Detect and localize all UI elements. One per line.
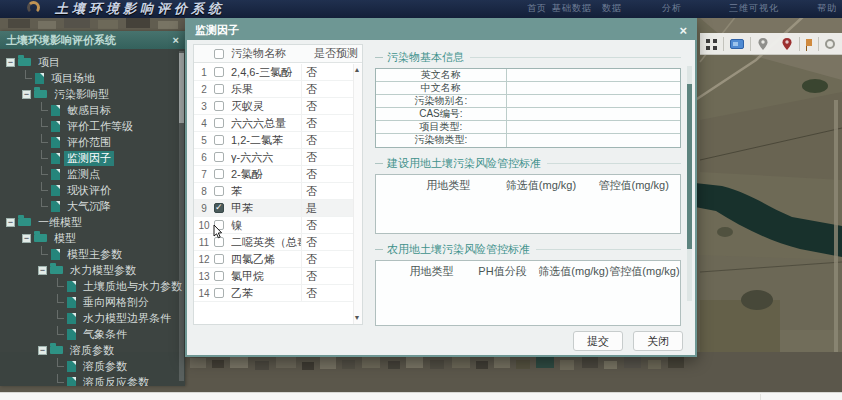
tree-toggle-icon[interactable]: − xyxy=(38,266,47,275)
folder-icon xyxy=(34,234,47,242)
tree-toggle-icon[interactable]: − xyxy=(6,218,15,227)
pollutant-name: 二噁英类（总毒性 xyxy=(231,235,301,250)
row-checkbox[interactable] xyxy=(214,101,224,111)
tree-item-水力模型边界条件[interactable]: 水力模型边界条件 xyxy=(0,310,185,326)
std-column-header: 用地类型 xyxy=(396,264,467,279)
tree-item-项目场地[interactable]: 项目场地 xyxy=(0,70,185,86)
row-checkbox[interactable] xyxy=(214,203,224,213)
mouse-cursor xyxy=(213,224,227,240)
tree-item-label: 评价工作等级 xyxy=(64,119,136,134)
row-checkbox[interactable] xyxy=(214,169,224,179)
std-column-header: 用地类型 xyxy=(402,178,495,193)
tree-toggle-icon[interactable]: − xyxy=(38,346,47,355)
sidebar-scrollbar[interactable] xyxy=(179,51,184,381)
column-header-name: 污染物名称 xyxy=(231,46,310,61)
row-checkbox[interactable] xyxy=(214,84,224,94)
fullscreen-icon[interactable] xyxy=(700,33,723,55)
scroll-up-icon[interactable]: ▲ xyxy=(353,66,361,73)
table-row[interactable]: 3灭蚁灵否 xyxy=(194,98,353,115)
tree-item-评价工作等级[interactable]: 评价工作等级 xyxy=(0,118,185,134)
row-index: 3 xyxy=(194,101,214,112)
row-index: 8 xyxy=(194,186,214,197)
tree-item-污染影响型[interactable]: −污染影响型 xyxy=(0,86,185,102)
tree-item-气象条件[interactable]: 气象条件 xyxy=(0,326,185,342)
table-row[interactable]: 14乙苯否 xyxy=(194,285,353,302)
tree-item-溶质参数[interactable]: 溶质参数 xyxy=(0,358,185,374)
folder-icon xyxy=(50,346,63,354)
dialog-close-icon[interactable]: × xyxy=(679,24,687,37)
pollutant-name: 苯 xyxy=(231,184,301,199)
tree-item-水力模型参数[interactable]: −水力模型参数 xyxy=(0,262,185,278)
pollutant-rows: 12,4,6-三氯酚否2乐果否3灭蚁灵否4六六六总量否51,2-二氯苯否6γ-六… xyxy=(194,64,353,324)
tree-item-一维模型[interactable]: −一维模型 xyxy=(0,214,185,230)
row-checkbox[interactable] xyxy=(214,271,224,281)
row-checkbox[interactable] xyxy=(214,67,224,77)
detail-scrollbar[interactable] xyxy=(687,66,692,301)
row-checkbox[interactable] xyxy=(214,152,224,162)
table-row[interactable]: 51,2-二氯苯否 xyxy=(194,132,353,149)
close-button[interactable]: 关闭 xyxy=(633,331,683,351)
tree-item-溶质反应参数[interactable]: 溶质反应参数 xyxy=(0,374,185,386)
tree-item-项目[interactable]: −项目 xyxy=(0,54,185,70)
row-checkbox[interactable] xyxy=(214,254,224,264)
menu-item-1[interactable]: 基础数据 xyxy=(552,2,592,15)
dialog-content: 污染物名称 是否预测 12,4,6-三氯酚否2乐果否3灭蚁灵否4六六六总量否51… xyxy=(187,40,695,327)
row-checkbox[interactable] xyxy=(214,118,224,128)
tree-connector xyxy=(57,374,64,383)
tree-item-label: 监测点 xyxy=(64,167,103,182)
row-index: 2 xyxy=(194,84,214,95)
menu-item-5[interactable]: 帮助 xyxy=(817,2,837,15)
list-scrollbar[interactable] xyxy=(353,64,362,324)
row-index: 12 xyxy=(194,254,214,265)
sidebar-tree: −项目项目场地−污染影响型敏感目标评价工作等级评价范围监测因子监测点现状评价大气… xyxy=(0,49,185,386)
tree-item-敏感目标[interactable]: 敏感目标 xyxy=(0,102,185,118)
sidebar-title: 土壤环境影响评价系统 xyxy=(6,33,116,48)
flag-icon[interactable] xyxy=(800,33,818,55)
tree-item-监测点[interactable]: 监测点 xyxy=(0,166,185,182)
table-row[interactable]: 4六六六总量否 xyxy=(194,115,353,132)
table-row[interactable]: 72-氯酚否 xyxy=(194,166,353,183)
bottom-divider xyxy=(760,394,761,400)
tree-item-label: 气象条件 xyxy=(80,327,130,342)
table-row[interactable]: 8苯否 xyxy=(194,183,353,200)
info-row: 污染物别名: xyxy=(376,95,680,108)
table-row[interactable]: 9甲苯是 xyxy=(194,200,353,217)
tree-item-模型主参数[interactable]: 模型主参数 xyxy=(0,246,185,262)
tree-item-现状评价[interactable]: 现状评价 xyxy=(0,182,185,198)
tree-item-土壤质地与水力参数[interactable]: 土壤质地与水力参数 xyxy=(0,278,185,294)
sidebar-close-icon[interactable]: × xyxy=(173,35,179,46)
tree-toggle-icon[interactable]: − xyxy=(22,234,31,243)
tree-item-评价范围[interactable]: 评价范围 xyxy=(0,134,185,150)
table-row[interactable]: 12,4,6-三氯酚否 xyxy=(194,64,353,81)
row-checkbox[interactable] xyxy=(214,186,224,196)
menu-item-4[interactable]: 三维可视化 xyxy=(729,2,779,15)
tree-item-溶质参数[interactable]: −溶质参数 xyxy=(0,342,185,358)
tree-item-模型[interactable]: −模型 xyxy=(0,230,185,246)
std-column-header: 管控值(mg/kg) xyxy=(587,178,680,193)
tree-item-监测因子[interactable]: 监测因子 xyxy=(0,150,185,166)
screen: { "app": { "top_title": "土壤环境影响评价系统", "m… xyxy=(0,0,842,400)
menu-item-2[interactable]: 数据 xyxy=(602,2,622,15)
row-checkbox[interactable] xyxy=(214,288,224,298)
table-row[interactable]: 12四氯乙烯否 xyxy=(194,251,353,268)
tree-item-垂向网格剖分[interactable]: 垂向网格剖分 xyxy=(0,294,185,310)
agricultural-land-table-body xyxy=(376,281,680,325)
file-icon xyxy=(51,137,60,148)
scroll-down-icon[interactable]: ▼ xyxy=(353,314,361,321)
select-all-checkbox[interactable] xyxy=(214,49,224,59)
submit-button[interactable]: 提交 xyxy=(573,331,623,351)
tree-toggle-icon[interactable]: − xyxy=(6,58,15,67)
basemap-icon[interactable] xyxy=(724,33,750,55)
tree-toggle-icon[interactable]: − xyxy=(22,90,31,99)
tree-item-大气沉降[interactable]: 大气沉降 xyxy=(0,198,185,214)
row-checkbox[interactable] xyxy=(214,135,224,145)
marker-red-icon[interactable] xyxy=(775,33,799,55)
table-row[interactable]: 13氯甲烷否 xyxy=(194,268,353,285)
dialog-titlebar[interactable]: 监测因子 × xyxy=(187,20,695,40)
table-row[interactable]: 2乐果否 xyxy=(194,81,353,98)
menu-item-3[interactable]: 分析 xyxy=(662,2,682,15)
table-row[interactable]: 6γ-六六六否 xyxy=(194,149,353,166)
marker-gray-icon[interactable] xyxy=(751,33,775,55)
circle-icon[interactable] xyxy=(819,33,841,55)
menu-item-0[interactable]: 首页 xyxy=(527,2,547,15)
